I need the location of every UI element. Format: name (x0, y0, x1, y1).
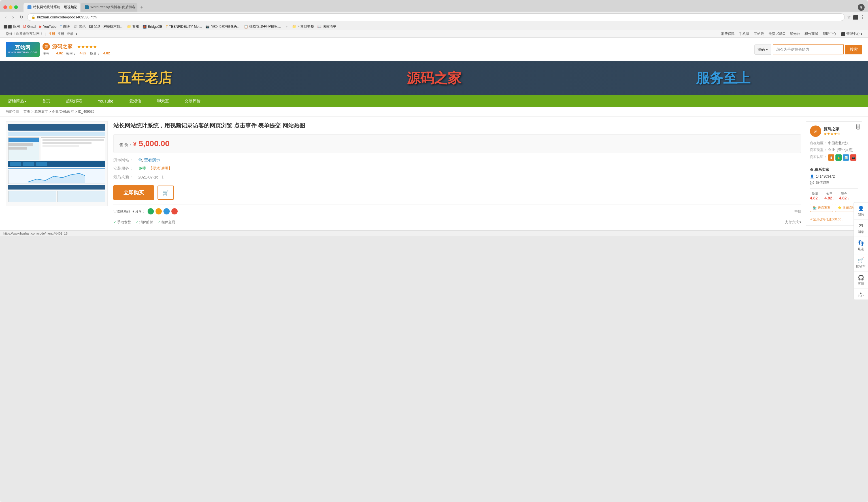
seller-avatar: 荣 (810, 125, 821, 137)
minimize-window-button[interactable] (9, 6, 12, 9)
quality-rating-value: 4.82 (103, 51, 110, 56)
search-category[interactable]: 源码 ▾ (754, 44, 771, 55)
update-date: 2021-07-16 (138, 175, 159, 179)
search-button[interactable]: 搜索 (845, 45, 862, 54)
bookmark-bridge[interactable]: 🌉 BridgeDB (143, 25, 162, 29)
seller-header-stars: ★★★★★ (77, 44, 97, 49)
bookmark-translate[interactable]: T 翻译 (60, 24, 70, 29)
new-tab-button[interactable]: + (138, 3, 146, 12)
sms-icon: 💬 (810, 181, 814, 185)
bookmark-other[interactable]: 📁 » 其他书签 (292, 24, 314, 29)
bookmarks-bar: ⬛⬛ 应用 M Gmail ▶ YouTube T 翻译 📰 资讯 P 登录〈P… (0, 23, 868, 30)
nav-item-chat[interactable]: 聊天室 (149, 95, 177, 107)
login-link[interactable]: 登录 (66, 31, 73, 36)
page-content: 您好！欢迎来到互站网！ | 注册注册 登录 ▾ 消费保障 手机版 互站云 免费L… (0, 30, 868, 230)
mock-table-1 (8, 191, 56, 202)
buy-now-button[interactable]: 立即购买 (113, 185, 154, 200)
maximize-window-button[interactable] (14, 6, 18, 9)
breadcrumb-category[interactable]: 企业/公司/政府 (52, 110, 74, 114)
mock-btn-1 (10, 162, 21, 166)
share-icon-3[interactable] (164, 208, 170, 214)
bookmark-auth[interactable]: 📋 授权管理-PHP授权… (244, 24, 281, 29)
install-free: 免费 (138, 166, 146, 171)
report-link[interactable]: 举报 (794, 209, 801, 214)
payment-methods[interactable]: 支付方式 ▾ (785, 220, 801, 225)
bookmark-teenfidelity[interactable]: T TEENFIDELITY Me… (166, 25, 202, 29)
nav-dropdown-arrow: ▾ (25, 100, 26, 103)
address-text: huzhan.com/code/goods409536.html (37, 15, 97, 19)
forward-button[interactable]: › (10, 14, 15, 20)
float-item-history[interactable]: 👣 足迹 (854, 237, 868, 254)
seller-promo[interactable]: ☞宝贝价格低达300.00… (810, 215, 858, 222)
bookmark-apps[interactable]: ⬛⬛ 应用 (3, 24, 20, 29)
contact-sms-row[interactable]: 💬 短信咨询 (810, 180, 858, 185)
float-top-button[interactable]: ▲ TOP (854, 289, 868, 300)
nav-item-shop[interactable]: 店铺商品 ▾ (0, 95, 34, 107)
bookmark-php[interactable]: P 登录〈Php技术博… (89, 24, 124, 29)
close-window-button[interactable] (3, 6, 7, 9)
bookmark-niko[interactable]: 📷 Niko_baby摄像头… (205, 24, 240, 29)
nav-item-sms[interactable]: 云短信 (121, 95, 149, 107)
seller-location-row: 所在地区： 中国湖北武汉 (810, 140, 858, 146)
nav-item-email[interactable]: 超级邮箱 (58, 95, 90, 107)
reload-button[interactable]: ↻ (18, 14, 25, 20)
bookmark-reading[interactable]: 📖 阅读清单 (317, 24, 336, 29)
breadcrumb-home[interactable]: 首页 (23, 110, 30, 114)
share-icon-1[interactable] (147, 208, 154, 214)
product-title: 站长网站统计系统，用视频记录访客的网页浏览 点击事件 表单提交 网站热图 (113, 121, 801, 130)
share-icon-2[interactable] (156, 208, 162, 214)
seller-info-header: 荣 源码之家 ★★★★★ 服务： 4.82 效率： 4.82 质量： 4.82 (42, 43, 110, 56)
breadcrumb-market[interactable]: 源码集市 (34, 110, 48, 114)
demo-link[interactable]: 🔍 查看演示 (138, 157, 160, 163)
contact-sms: 短信咨询 (816, 180, 829, 185)
float-item-cart[interactable]: 🛒 购物车 (854, 254, 868, 272)
address-input[interactable]: 🔒 huzhan.com/code/goods409536.html (27, 13, 845, 21)
bookmark-service[interactable]: 📁 客服 (127, 24, 139, 29)
more-button[interactable]: ⋮ (860, 14, 865, 20)
bookmark-youtube[interactable]: ▶ YouTube (39, 25, 56, 29)
nav-item-home[interactable]: 首页 (34, 95, 58, 107)
cart-float-label: 购物车 (856, 264, 866, 268)
nav-item-youtube[interactable]: YouTube (90, 95, 121, 107)
extensions-button[interactable]: ⬛ (853, 14, 858, 20)
banner-part2: 源码之家 (289, 69, 578, 87)
youtube-icon: ▶ (39, 25, 42, 29)
collect-button[interactable]: ♡收藏商品 (113, 209, 130, 214)
efficiency-rating-value: 4.82 (80, 51, 86, 56)
consumer-protection-link[interactable]: 消费保障 (721, 31, 735, 36)
admin-center[interactable]: ⬛ 管理中心 ▾ (841, 31, 862, 36)
bookmark-news[interactable]: 📰 资讯 (73, 24, 85, 29)
tab-2[interactable]: WordPress极简博客-优质博客… × (81, 3, 137, 12)
float-item-service[interactable]: 🎧 客服 (854, 272, 868, 289)
promotion-link[interactable]: 曝光台 (790, 31, 800, 36)
quality-rating-label: 质量： (90, 51, 100, 56)
bookmark-gmail[interactable]: M Gmail (23, 25, 36, 29)
collect-share: ♡收藏商品 ♦ 分享： (113, 208, 178, 214)
search-box: 源码 ▾ 搜索 (754, 44, 862, 55)
profile-button[interactable]: G (858, 4, 865, 11)
mobile-link[interactable]: 手机版 (739, 31, 749, 36)
tab-active[interactable]: 站长网站统计系统，用视频记… × (23, 3, 80, 12)
free-logo-link[interactable]: 免费LOGO (768, 31, 785, 36)
float-item-message[interactable]: ✉ 消息 (854, 220, 868, 237)
help-link[interactable]: 帮助中心 (823, 31, 836, 36)
share-icon-4[interactable] (172, 208, 178, 214)
mock-text-1 (9, 143, 33, 146)
topbar-right: 消费保障 手机版 互站云 免费LOGO 曝光台 积分商城 帮助中心 ⬛ 管理中心… (721, 31, 862, 36)
install-link[interactable]: 【要求说明】 (148, 166, 172, 171)
add-to-cart-button[interactable]: 🛒 (157, 186, 174, 200)
service-float-icon: 🎧 (858, 275, 864, 281)
product-screenshot-mockup (6, 122, 107, 206)
bookmark-button[interactable]: ☆ (847, 14, 851, 20)
points-link[interactable]: 积分商城 (805, 31, 818, 36)
contact-icon: ⚙ (810, 168, 813, 172)
cloud-link[interactable]: 互站云 (754, 31, 764, 36)
visit-shop-button[interactable]: 🏪 进店逛逛 (810, 204, 833, 212)
float-item-profile[interactable]: 👤 我的 (854, 203, 868, 220)
php-icon: P (89, 25, 93, 28)
register-link[interactable]: 注册 (49, 31, 55, 36)
search-input[interactable] (773, 44, 844, 54)
nav-item-review[interactable]: 交易评价 (177, 95, 208, 107)
seller-card-close[interactable]: × (856, 124, 860, 130)
back-button[interactable]: ‹ (3, 14, 8, 20)
